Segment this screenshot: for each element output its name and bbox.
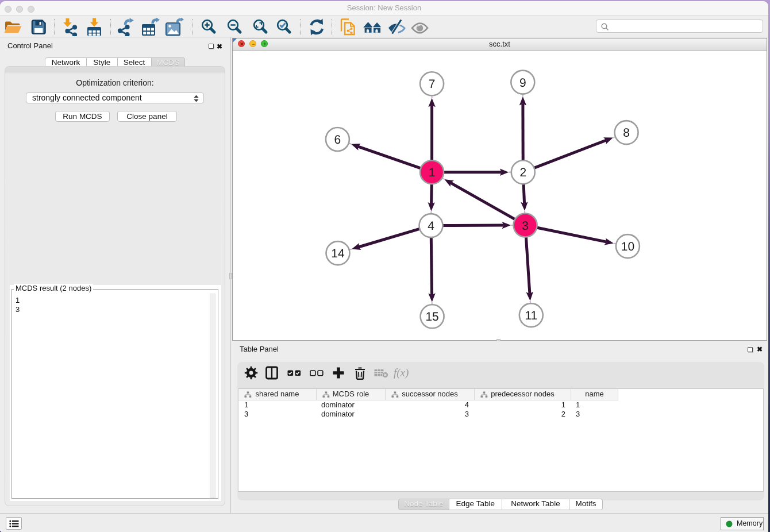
svg-text:4: 4 xyxy=(428,219,434,233)
svg-text:15: 15 xyxy=(425,310,438,323)
svg-text:7: 7 xyxy=(429,78,436,91)
svg-text:10: 10 xyxy=(621,240,634,253)
svg-text:2: 2 xyxy=(519,166,526,179)
svg-text:6: 6 xyxy=(334,133,341,147)
svg-text:9: 9 xyxy=(519,76,526,89)
svg-text:14: 14 xyxy=(331,247,345,260)
svg-text:8: 8 xyxy=(623,126,630,140)
svg-text:11: 11 xyxy=(525,309,537,322)
svg-text:3: 3 xyxy=(522,219,529,232)
svg-text:1: 1 xyxy=(429,166,436,179)
